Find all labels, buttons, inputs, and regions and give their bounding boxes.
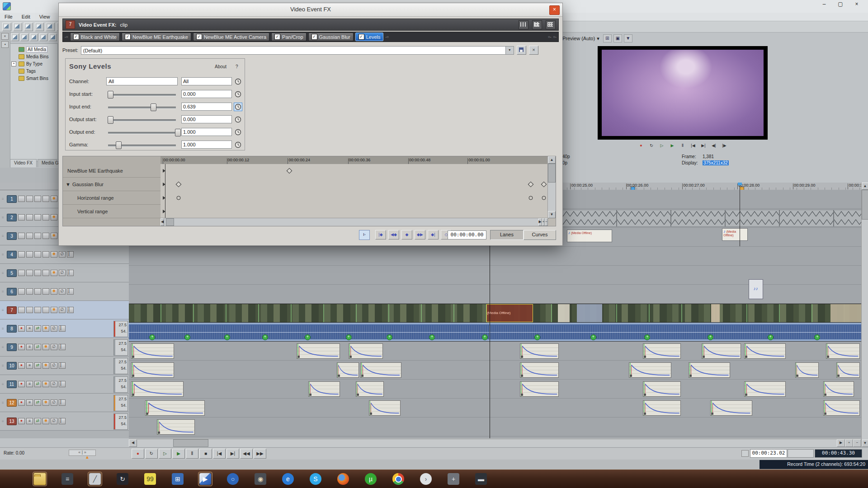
slider-thumb[interactable] [108, 91, 113, 99]
track-number-button[interactable]: 12 [7, 399, 17, 407]
track-motion-icon[interactable] [26, 270, 33, 276]
track-meter-box[interactable]: 27.5 54. [113, 339, 128, 356]
keyframe-row-track[interactable] [160, 178, 549, 192]
param-value-field[interactable]: All [181, 77, 232, 85]
timecode-end[interactable]: 00:00:43.30 [815, 449, 862, 458]
track-number-button[interactable]: 1 [7, 195, 17, 203]
video-output-plug-icon[interactable]: ○- [553, 35, 557, 39]
zoom-out-button[interactable]: − [853, 439, 861, 447]
track-number-button[interactable]: 9 [7, 343, 17, 351]
param-value-field[interactable]: 1.000 [181, 141, 232, 149]
timecode-selection[interactable] [788, 449, 814, 458]
keyframe-row-track[interactable] [160, 205, 549, 219]
crossfade-marker-icon[interactable] [346, 334, 352, 340]
track-fx-icon[interactable]: ✱ [42, 362, 49, 369]
zoom-out-button[interactable]: − [545, 218, 548, 226]
keyframe-ruler[interactable]: 00:00:00.0000:00:00.1200:00:00.2400:00:0… [160, 156, 549, 164]
tree-expander-icon[interactable]: + [11, 61, 16, 66]
crossfade-marker-icon[interactable] [184, 334, 190, 340]
preview-pause-button[interactable]: Ⅱ [678, 141, 687, 150]
compositing-mode-icon[interactable] [34, 251, 41, 258]
clip-button-icon[interactable] [824, 413, 826, 415]
layout-dense-grid-icon[interactable] [546, 20, 556, 29]
fx-enable-checkbox[interactable]: ✓ [274, 34, 280, 40]
track-fx-icon[interactable]: ✱ [42, 325, 49, 332]
keyframe-row-track[interactable] [160, 191, 549, 205]
envelope-clip[interactable] [823, 381, 854, 397]
clip-button-icon[interactable] [824, 394, 826, 396]
video-event-segment[interactable] [577, 304, 602, 322]
solo-icon[interactable]: ▏ [67, 307, 74, 313]
crossfade-marker-icon[interactable] [262, 334, 268, 340]
keyframe-cursor[interactable] [165, 164, 165, 218]
open-project-icon[interactable] [13, 23, 22, 31]
chevron-down-icon[interactable]: ▾ [505, 47, 514, 54]
arm-record-icon[interactable]: ● [18, 362, 25, 369]
track-motion-icon[interactable] [26, 307, 33, 313]
video-event-segment[interactable] [830, 304, 861, 322]
crossfade-marker-icon[interactable] [708, 334, 713, 340]
messenger-icon[interactable]: S [309, 472, 322, 486]
panel-tab[interactable]: Video FX [10, 159, 37, 167]
track-header[interactable]: ≡ 13 ✱∅▏ ●≡⇄✱∅▏ 27.5 54. [0, 412, 129, 431]
fx-enable-checkbox[interactable]: ✓ [73, 34, 79, 40]
compositing-mode-icon[interactable] [34, 270, 41, 276]
preview-go-start-button[interactable]: |◀ [689, 141, 698, 150]
sync-cursor-button[interactable]: I◦ [359, 230, 370, 240]
envelope-clip[interactable] [643, 343, 681, 359]
scroll-left-arrow[interactable]: ◀ [129, 439, 137, 447]
track-header[interactable]: ≡ 7 ✱∅▏ ●≡⇄✱∅▏ [0, 301, 129, 319]
clip-button-icon[interactable] [370, 413, 372, 415]
envelope-clip[interactable] [369, 400, 401, 416]
envelope-clip[interactable] [643, 381, 681, 397]
arm-record-icon[interactable]: ● [18, 399, 25, 406]
refresh-icon[interactable] [20, 33, 28, 41]
channel-select[interactable]: All [106, 77, 178, 85]
scroll-track[interactable] [164, 218, 538, 226]
mute-icon[interactable]: ∅ [51, 399, 57, 406]
video-event-segment[interactable] [711, 304, 720, 322]
envelope-clip[interactable] [689, 362, 730, 378]
scroll-thumb[interactable] [166, 218, 174, 226]
keyframe-marker[interactable] [287, 168, 292, 174]
track-number-button[interactable]: 3 [7, 232, 17, 240]
cut-icon[interactable] [46, 23, 55, 31]
mute-icon[interactable]: ∅ [59, 288, 66, 295]
track-header[interactable]: ≡ 11 ✱∅▏ ●≡⇄✱∅▏ 27.5 54. [0, 375, 129, 394]
envelope-icon[interactable]: ≡ [26, 399, 33, 406]
clip-button-icon[interactable] [630, 375, 632, 377]
remote-desktop-icon[interactable]: ⊞ [171, 472, 184, 486]
preview-next-frame-button[interactable]: |▶ [720, 141, 729, 150]
track-meter-box[interactable]: 27.5 54. [113, 376, 128, 393]
clip-button-icon[interactable] [745, 394, 747, 396]
media-player-icon[interactable]: ▶ [198, 472, 212, 486]
envelope-clip[interactable] [349, 343, 383, 359]
track-motion-icon[interactable] [26, 233, 33, 239]
input-routing-icon[interactable]: ⇄ [34, 418, 41, 424]
media-offline-event[interactable]: ♪ (Media Offline) [722, 228, 748, 241]
keyframe-row-label[interactable]: ▼ Gaussian Blur [63, 178, 160, 191]
clip-button-icon[interactable] [361, 375, 363, 377]
timeline-horizontal-scrollbar[interactable]: ◀ ▶ + − [129, 439, 861, 447]
track-number-button[interactable]: 4 [7, 251, 17, 258]
preview-quality-select[interactable]: Preview (Auto) ▾ [562, 36, 599, 42]
envelope-clip[interactable] [643, 400, 681, 416]
solo-icon[interactable]: ▏ [59, 344, 66, 350]
envelope-icon[interactable]: ≡ [26, 381, 33, 387]
track-fx-icon[interactable]: ✱ [51, 307, 57, 313]
envelope-clip[interactable] [826, 343, 860, 359]
keyframe-marker[interactable] [529, 196, 533, 200]
solo-icon[interactable]: ▏ [59, 325, 66, 332]
param-slider[interactable] [106, 141, 178, 149]
envelope-clip[interactable] [131, 343, 175, 359]
scroll-thumb[interactable] [862, 190, 868, 220]
fx-enable-checkbox[interactable]: ✓ [196, 34, 202, 40]
envelope-clip[interactable] [131, 362, 175, 378]
parent-composite-icon[interactable] [42, 196, 49, 202]
crossfade-marker-icon[interactable] [482, 334, 488, 340]
crossfade-marker-icon[interactable] [590, 334, 596, 340]
preview-play-from-start-button[interactable]: ▷ [657, 141, 666, 150]
sticky-notes-icon[interactable]: 99 [143, 472, 157, 486]
clip-button-icon[interactable] [521, 356, 523, 358]
menu-item[interactable]: File [5, 14, 13, 19]
